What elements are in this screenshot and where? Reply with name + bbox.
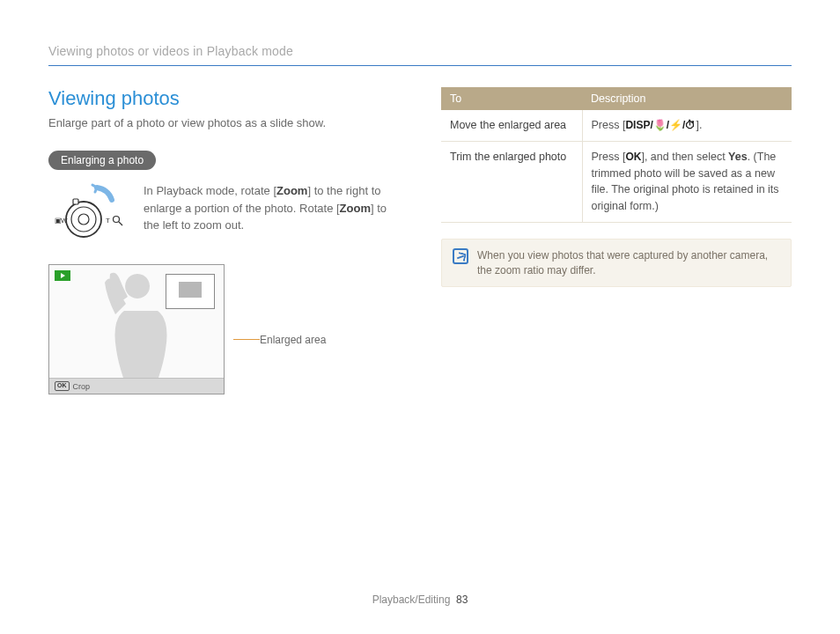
zoom-t-label: T (106, 217, 110, 225)
left-column: Viewing photos Enlarge part of a photo o… (48, 87, 399, 394)
crop-label: Crop (73, 382, 91, 391)
table-header-description: Description (582, 87, 792, 110)
photo-preview-frame: OK Crop (48, 264, 225, 394)
preview-bottom-bar: OK Crop (49, 378, 224, 394)
enlarged-area-callout: Enlarged area (260, 334, 326, 346)
section-subtext: Enlarge part of a photo or view photos a… (48, 115, 399, 131)
svg-line-6 (119, 222, 122, 225)
right-column: To Description Move the enlarged area Pr… (441, 87, 792, 394)
note-text: When you view photos that were captured … (477, 248, 780, 278)
table-header-to: To (441, 87, 582, 110)
zoom-w-label: W (61, 217, 68, 225)
svg-point-2 (78, 214, 89, 225)
svg-rect-3 (73, 199, 78, 204)
ok-key-icon: OK (625, 151, 641, 163)
table-row: Trim the enlarged photo Press [OK], and … (441, 141, 792, 222)
zoom-dial-illustration: ▣ W T (48, 182, 128, 247)
svg-point-1 (71, 207, 96, 232)
page-footer: Playback/Editing 83 (0, 593, 840, 606)
breadcrumb: Viewing photos or videos in Playback mod… (48, 44, 792, 66)
controls-table: To Description Move the enlarged area Pr… (441, 87, 792, 223)
ok-icon: OK (55, 381, 70, 390)
note-icon (453, 248, 468, 264)
playback-icon (55, 270, 70, 281)
zoom-instruction: In Playback mode, rotate [Zoom] to the r… (144, 182, 399, 234)
disp-keys-icon: DISP/🌷/⚡/⏱ (625, 119, 696, 131)
callout-line (233, 339, 260, 340)
svg-point-5 (114, 217, 120, 223)
enlarged-area-indicator (166, 274, 215, 309)
section-heading: Viewing photos (48, 87, 399, 110)
note-box: When you view photos that were captured … (441, 239, 792, 288)
subsection-pill: Enlarging a photo (48, 151, 156, 170)
table-row: Move the enlarged area Press [DISP/🌷/⚡/⏱… (441, 110, 792, 141)
